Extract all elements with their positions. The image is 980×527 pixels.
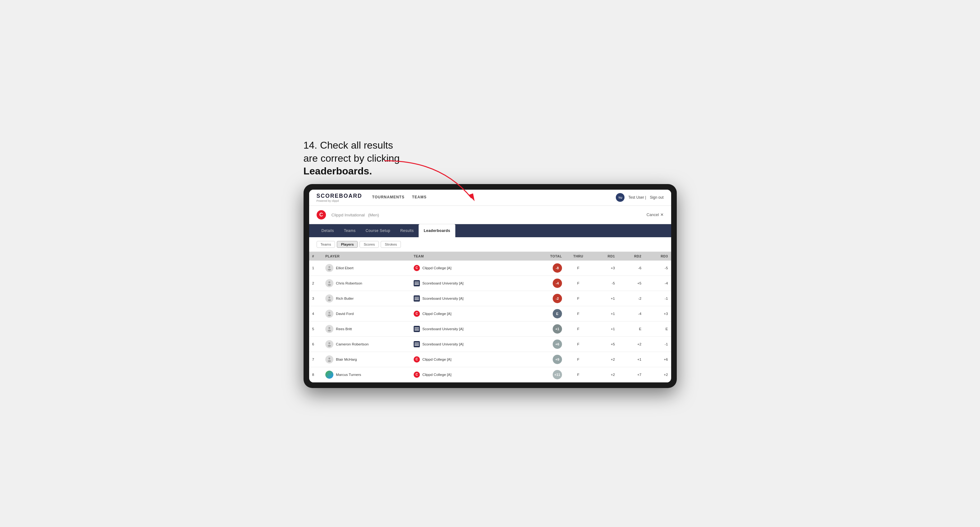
svg-point-1 <box>328 266 330 268</box>
svg-point-9 <box>328 299 331 301</box>
team-name: Clippd College [A] <box>422 311 451 316</box>
player-avatar <box>325 310 333 318</box>
annotation-line2: are correct by clicking <box>304 152 400 164</box>
team-logo-c: C <box>414 356 420 362</box>
player-cell: Cameron Robertson <box>322 337 410 352</box>
table-row: 3 Rich Butler Scoreboard University [A] … <box>309 291 671 306</box>
table-row: 5 Rees Britt Scoreboard University [A] +… <box>309 321 671 337</box>
player-name: Chris Robertson <box>336 281 362 285</box>
filter-bar: Teams Players Scores Strokes <box>309 237 671 252</box>
rd3-cell: -4 <box>644 275 671 291</box>
player-name: Cameron Robertson <box>336 342 369 346</box>
score-badge: +11 <box>553 370 562 379</box>
tab-teams[interactable]: Teams <box>339 224 361 237</box>
svg-rect-12 <box>415 299 419 300</box>
svg-rect-6 <box>415 283 419 284</box>
player-avatar <box>325 371 333 379</box>
annotation-bold: Leaderboards. <box>304 165 372 176</box>
thru-cell: F <box>565 291 592 306</box>
rd3-cell: -5 <box>644 260 671 276</box>
tab-details[interactable]: Details <box>317 224 339 237</box>
team-logo-c: C <box>414 371 420 378</box>
tab-results[interactable]: Results <box>395 224 419 237</box>
rd2-cell: E <box>618 321 644 337</box>
rd3-cell: +3 <box>644 306 671 321</box>
svg-point-16 <box>328 330 331 332</box>
total-cell: +9 <box>534 352 565 367</box>
table-row: 6 Cameron Robertson Scoreboard Universit… <box>309 337 671 352</box>
svg-point-25 <box>328 357 330 359</box>
svg-rect-11 <box>415 298 419 299</box>
team-cell: C Clippd College [A] <box>410 260 534 276</box>
filter-players[interactable]: Players <box>337 241 358 248</box>
rd3-cell: -1 <box>644 291 671 306</box>
player-avatar <box>325 264 333 272</box>
rd2-cell: +1 <box>618 352 644 367</box>
team-name: Scoreboard University [A] <box>422 327 463 331</box>
svg-point-13 <box>328 312 330 314</box>
player-name: Rees Britt <box>336 327 352 331</box>
thru-cell: F <box>565 260 592 276</box>
team-cell: Scoreboard University [A] <box>410 321 534 337</box>
rank-cell: 8 <box>309 367 323 382</box>
tablet-device: SCOREBOARD Powered by clippd TOURNAMENTS… <box>304 184 677 388</box>
tournament-name: Clippd Invitational (Men) <box>330 212 379 217</box>
rd3-cell: -1 <box>644 337 671 352</box>
col-header-total: TOTAL <box>534 252 565 260</box>
svg-point-20 <box>328 342 330 344</box>
rd2-cell: -4 <box>618 306 644 321</box>
player-cell: Marcus Turners <box>322 367 410 382</box>
team-logo-c: C <box>414 265 420 271</box>
team-name: Clippd College [A] <box>422 266 451 270</box>
thru-cell: F <box>565 367 592 382</box>
thru-cell: F <box>565 352 592 367</box>
score-badge: +6 <box>553 340 562 349</box>
svg-rect-19 <box>415 330 419 330</box>
player-avatar <box>325 279 333 287</box>
rd1-cell: +3 <box>592 260 618 276</box>
table-row: 8 Marcus Turners C Clippd College [A] +1… <box>309 367 671 382</box>
svg-rect-7 <box>415 284 419 285</box>
tournament-gender: (Men) <box>368 213 379 217</box>
svg-rect-24 <box>415 345 419 346</box>
nav-teams[interactable]: TEAMS <box>412 193 427 202</box>
header-nav: TOURNAMENTS TEAMS <box>372 193 616 202</box>
app-header: SCOREBOARD Powered by clippd TOURNAMENTS… <box>309 190 671 206</box>
col-header-rank: # <box>309 252 323 260</box>
thru-cell: F <box>565 275 592 291</box>
annotation-text: 14. Check all results are correct by cli… <box>304 139 422 178</box>
filter-teams[interactable]: Teams <box>317 241 335 248</box>
filter-strokes[interactable]: Strokes <box>381 241 401 248</box>
svg-rect-17 <box>415 327 419 328</box>
tab-course-setup[interactable]: Course Setup <box>361 224 395 237</box>
team-name: Scoreboard University [A] <box>422 296 463 300</box>
svg-point-8 <box>328 297 330 298</box>
svg-rect-5 <box>415 282 419 282</box>
sign-out-link[interactable]: Sign out <box>650 195 663 200</box>
tab-leaderboards[interactable]: Leaderboards <box>418 224 455 237</box>
user-avatar: TU <box>616 193 625 202</box>
tournament-header: C Clippd Invitational (Men) Cancel ✕ <box>309 206 671 224</box>
score-badge: -8 <box>553 264 562 273</box>
team-logo-s <box>414 341 420 347</box>
leaderboard-table: # PLAYER TEAM TOTAL THRU RD1 RD2 RD3 1 E… <box>309 252 671 383</box>
team-cell: C Clippd College [A] <box>410 306 534 321</box>
player-name: Elliot Ebert <box>336 266 353 270</box>
thru-cell: F <box>565 337 592 352</box>
col-header-rd3: RD3 <box>644 252 671 260</box>
rank-cell: 3 <box>309 291 323 306</box>
table-row: 4 David Ford C Clippd College [A] E F +1… <box>309 306 671 321</box>
table-header-row: # PLAYER TEAM TOTAL THRU RD1 RD2 RD3 <box>309 252 671 260</box>
team-logo-c: C <box>414 311 420 317</box>
annotation-line1: 14. Check all results <box>304 140 393 151</box>
page-wrapper: 14. Check all results are correct by cli… <box>304 139 677 388</box>
svg-point-3 <box>328 281 330 283</box>
nav-tournaments[interactable]: TOURNAMENTS <box>372 193 405 202</box>
cancel-button[interactable]: Cancel ✕ <box>647 212 664 217</box>
svg-rect-10 <box>415 297 419 298</box>
total-cell: E <box>534 306 565 321</box>
team-cell: Scoreboard University [A] <box>410 275 534 291</box>
rd1-cell: +5 <box>592 337 618 352</box>
filter-scores[interactable]: Scores <box>360 241 379 248</box>
score-badge: +9 <box>553 355 562 364</box>
